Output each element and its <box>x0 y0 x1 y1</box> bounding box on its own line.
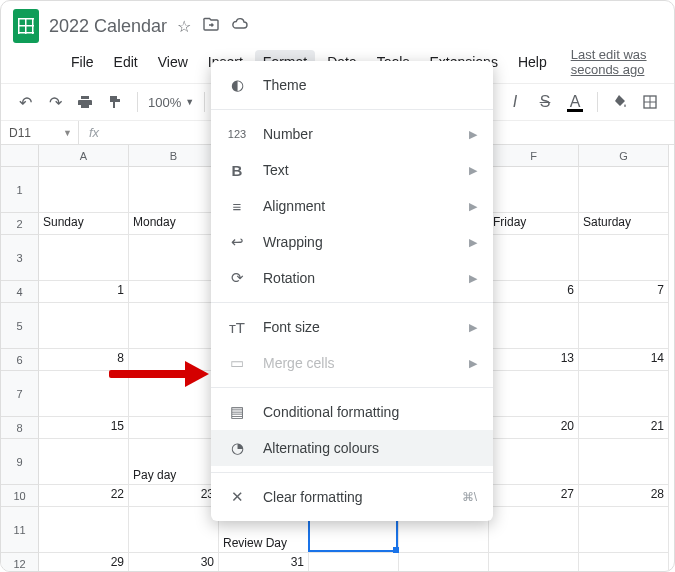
cell[interactable]: Monday <box>129 213 219 235</box>
menu-item-label: Font size <box>263 319 453 335</box>
borders-icon[interactable] <box>638 90 662 114</box>
cell[interactable]: 20 <box>489 417 579 439</box>
cell[interactable] <box>129 417 219 439</box>
row-header[interactable]: 8 <box>1 417 39 439</box>
cell[interactable]: 6 <box>489 281 579 303</box>
menu-item-label: Text <box>263 162 453 178</box>
text-color-icon[interactable]: A <box>563 90 587 114</box>
cell[interactable] <box>489 371 579 417</box>
cell[interactable] <box>129 167 219 213</box>
row-header[interactable]: 10 <box>1 485 39 507</box>
column-header[interactable]: F <box>489 145 579 167</box>
menu-item-number[interactable]: 123Number▶ <box>211 116 493 152</box>
row-header[interactable]: 11 <box>1 507 39 553</box>
cell[interactable]: 28 <box>579 485 669 507</box>
menu-edit[interactable]: Edit <box>106 50 146 74</box>
cell[interactable] <box>129 507 219 553</box>
cond-icon: ▤ <box>227 403 247 421</box>
cell[interactable] <box>489 507 579 553</box>
cell[interactable]: Pay day <box>129 439 219 485</box>
strikethrough-icon[interactable]: S <box>533 90 557 114</box>
cell[interactable] <box>309 553 399 572</box>
cell[interactable] <box>129 281 219 303</box>
menu-help[interactable]: Help <box>510 50 555 74</box>
cell[interactable] <box>579 235 669 281</box>
undo-icon[interactable]: ↶ <box>13 90 37 114</box>
menu-item-alignment[interactable]: ≡Alignment▶ <box>211 188 493 224</box>
column-header[interactable]: A <box>39 145 129 167</box>
cell[interactable] <box>579 303 669 349</box>
cell[interactable] <box>579 507 669 553</box>
star-icon[interactable]: ☆ <box>177 17 191 36</box>
row-header[interactable]: 7 <box>1 371 39 417</box>
cell[interactable] <box>129 303 219 349</box>
cell[interactable]: 15 <box>39 417 129 439</box>
cell[interactable]: Friday <box>489 213 579 235</box>
cell[interactable]: 27 <box>489 485 579 507</box>
formula-bar-fx-icon: fx <box>79 125 109 140</box>
row-header[interactable]: 3 <box>1 235 39 281</box>
cell[interactable] <box>489 303 579 349</box>
menu-item-font-size[interactable]: тTFont size▶ <box>211 309 493 345</box>
cell[interactable]: 31 <box>219 553 309 572</box>
cell[interactable]: 14 <box>579 349 669 371</box>
menu-item-rotation[interactable]: ⟳Rotation▶ <box>211 260 493 296</box>
menu-divider <box>211 472 493 473</box>
name-box[interactable]: D11▼ <box>1 121 79 144</box>
menu-view[interactable]: View <box>150 50 196 74</box>
italic-icon[interactable]: I <box>503 90 527 114</box>
cell[interactable] <box>399 553 489 572</box>
cell[interactable] <box>579 553 669 572</box>
cell[interactable]: 23 <box>129 485 219 507</box>
cell[interactable] <box>39 303 129 349</box>
row-header[interactable]: 12 <box>1 553 39 572</box>
cell[interactable] <box>579 371 669 417</box>
cell[interactable]: 22 <box>39 485 129 507</box>
row-header[interactable]: 1 <box>1 167 39 213</box>
cell[interactable]: 13 <box>489 349 579 371</box>
menu-item-clear-formatting[interactable]: ✕Clear formatting⌘\ <box>211 479 493 515</box>
move-icon[interactable] <box>203 17 219 36</box>
select-all-corner[interactable] <box>1 145 39 167</box>
fill-color-icon[interactable] <box>608 90 632 114</box>
cell[interactable]: 30 <box>129 553 219 572</box>
menu-item-alternating-colours[interactable]: ◔Alternating colours <box>211 430 493 466</box>
cell[interactable] <box>39 507 129 553</box>
cloud-status-icon[interactable] <box>231 17 249 36</box>
column-header[interactable]: B <box>129 145 219 167</box>
cell[interactable] <box>39 235 129 281</box>
cell[interactable] <box>39 439 129 485</box>
cell[interactable]: 29 <box>39 553 129 572</box>
menu-item-theme[interactable]: ◐Theme <box>211 67 493 103</box>
cell[interactable] <box>489 439 579 485</box>
print-icon[interactable] <box>73 90 97 114</box>
cell[interactable] <box>579 439 669 485</box>
row-header[interactable]: 4 <box>1 281 39 303</box>
menu-item-wrapping[interactable]: ↩Wrapping▶ <box>211 224 493 260</box>
cell[interactable] <box>489 553 579 572</box>
last-edit-link[interactable]: Last edit was seconds ago <box>571 47 662 77</box>
cell[interactable] <box>489 235 579 281</box>
row-header[interactable]: 5 <box>1 303 39 349</box>
row-header[interactable]: 2 <box>1 213 39 235</box>
document-title[interactable]: 2022 Calendar <box>49 16 167 37</box>
row-header[interactable]: 6 <box>1 349 39 371</box>
column-header[interactable]: G <box>579 145 669 167</box>
cell[interactable] <box>39 167 129 213</box>
cell[interactable] <box>129 235 219 281</box>
cell[interactable]: 21 <box>579 417 669 439</box>
cell[interactable] <box>489 167 579 213</box>
cell[interactable]: 1 <box>39 281 129 303</box>
cell[interactable]: Sunday <box>39 213 129 235</box>
cell[interactable] <box>579 167 669 213</box>
menu-divider <box>211 109 493 110</box>
menu-item-text[interactable]: BText▶ <box>211 152 493 188</box>
row-header[interactable]: 9 <box>1 439 39 485</box>
cell[interactable]: Saturday <box>579 213 669 235</box>
redo-icon[interactable]: ↷ <box>43 90 67 114</box>
menu-item-conditional-formatting[interactable]: ▤Conditional formatting <box>211 394 493 430</box>
menu-file[interactable]: File <box>63 50 102 74</box>
zoom-select[interactable]: 100%▼ <box>148 95 194 110</box>
paint-format-icon[interactable] <box>103 90 127 114</box>
cell[interactable]: 7 <box>579 281 669 303</box>
